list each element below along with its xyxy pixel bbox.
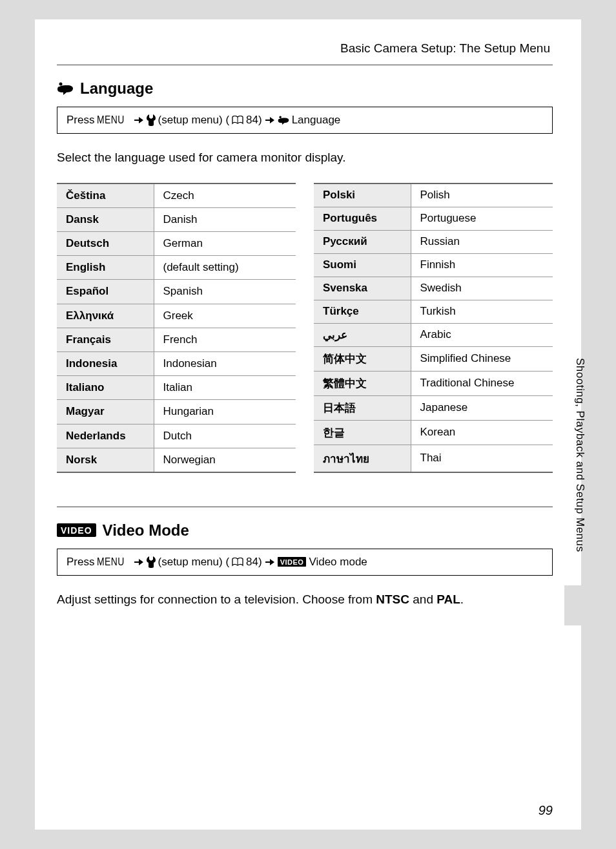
language-desc: Hungarian [154,400,296,424]
language-desc: Italian [154,376,296,400]
language-desc: Danish [154,207,296,231]
table-row: ΕλληνικάGreek [57,304,296,328]
table-row: ภาษาไทยThai [314,445,553,472]
table-row: 繁體中文Traditional Chinese [314,371,553,395]
section-title: Language [80,79,153,98]
nav-press: Press [67,556,94,569]
language-desc: (default setting) [154,256,296,280]
language-native: Español [57,280,154,304]
language-native: English [57,256,154,280]
table-row: عربيArabic [314,323,553,346]
nav-page-ref: 84) [246,114,262,127]
desc-and: and [409,592,436,606]
language-native: Ελληνικά [57,304,154,328]
wrench-icon [147,114,156,126]
language-native: Français [57,328,154,351]
menu-button-label: MENU [97,556,125,569]
language-desc: Greek [154,304,296,328]
table-row: FrançaisFrench [57,328,296,351]
side-tab-label: Shooting, Playback and Setup Menus [573,358,586,552]
svg-point-0 [59,83,63,86]
language-desc: Norwegian [154,448,296,472]
nav-page-ref: 84) [246,556,262,569]
language-native: Türkçe [314,300,411,323]
book-icon [232,116,243,125]
language-desc: Czech [154,183,296,207]
language-native: Indonesia [57,351,154,375]
nav-path-video: Press MENU (setup menu) ( 84) VIDEO Vide… [57,549,553,576]
video-description: Adjust settings for connection to a tele… [57,592,553,607]
language-desc: Simplified Chinese [411,346,553,371]
table-row: SuomiFinnish [314,253,553,277]
language-table-left: ČeštinaCzechDanskDanishDeutschGermanEngl… [57,183,296,473]
language-desc: French [154,328,296,351]
table-row: DeutschGerman [57,231,296,255]
nav-end-label: Video mode [309,556,367,569]
side-tab-block [564,585,581,625]
arrow-icon [265,116,275,124]
table-row: MagyarHungarian [57,400,296,424]
arrow-icon [134,116,144,124]
language-desc: Thai [411,445,553,472]
language-desc: Korean [411,420,553,445]
language-native: 简体中文 [314,346,411,371]
language-table-right: PolskiPolishPortuguêsPortugueseРусскийRu… [314,183,553,473]
table-row: TürkçeTurkish [314,300,553,323]
manual-page: Basic Camera Setup: The Setup Menu Langu… [35,19,581,830]
language-desc: Dutch [154,424,296,448]
table-row: 日本語Japanese [314,395,553,420]
language-desc: Portuguese [411,207,553,230]
table-row: 简体中文Simplified Chinese [314,346,553,371]
arrow-icon [134,558,144,566]
language-tables: ČeštinaCzechDanskDanishDeutschGermanEngl… [57,183,553,473]
nav-end-label: Language [292,114,341,127]
svg-point-2 [279,116,281,118]
language-native: ภาษาไทย [314,445,411,472]
table-row: ČeštinaCzech [57,183,296,207]
language-desc: Traditional Chinese [411,371,553,395]
wrench-icon [147,556,156,568]
language-desc: Turkish [411,300,553,323]
table-row: SvenskaSwedish [314,277,553,300]
section-divider [57,507,553,507]
language-desc: Russian [411,230,553,253]
section-heading-video: VIDEO Video Mode [57,521,553,540]
speech-bubble-icon [278,115,289,125]
option-pal: PAL [436,592,460,606]
section-heading-language: Language [57,79,553,98]
desc-text: Adjust settings for connection to a tele… [57,592,376,606]
language-native: Italiano [57,376,154,400]
language-desc: Japanese [411,395,553,420]
nav-setup-text: (setup menu) ( [158,556,230,569]
language-native: Norsk [57,448,154,472]
table-row: IndonesiaIndonesian [57,351,296,375]
nav-path-language: Press MENU (setup menu) ( 84) Language [57,107,553,134]
language-desc: Arabic [411,323,553,346]
language-native: Magyar [57,400,154,424]
table-row: DanskDanish [57,207,296,231]
nav-press: Press [67,114,94,127]
speech-bubble-icon [57,81,74,96]
language-desc: Finnish [411,253,553,277]
language-native: Čeština [57,183,154,207]
language-native: Русский [314,230,411,253]
table-row: NederlandsDutch [57,424,296,448]
video-icon: VIDEO [57,523,96,537]
language-native: 한글 [314,420,411,445]
chapter-header: Basic Camera Setup: The Setup Menu [57,41,553,65]
video-icon: VIDEO [278,557,307,567]
arrow-icon [265,558,275,566]
page-number: 99 [539,803,553,818]
language-intro: Select the language used for camera moni… [57,151,553,165]
section-title: Video Mode [103,521,189,540]
table-row: ItalianoItalian [57,376,296,400]
table-row: NorskNorwegian [57,448,296,472]
language-native: Deutsch [57,231,154,255]
language-desc: Spanish [154,280,296,304]
table-row: 한글Korean [314,420,553,445]
option-ntsc: NTSC [376,592,409,606]
language-desc: German [154,231,296,255]
table-row: PortuguêsPortuguese [314,207,553,230]
language-desc: Polish [411,183,553,207]
language-desc: Indonesian [154,351,296,375]
